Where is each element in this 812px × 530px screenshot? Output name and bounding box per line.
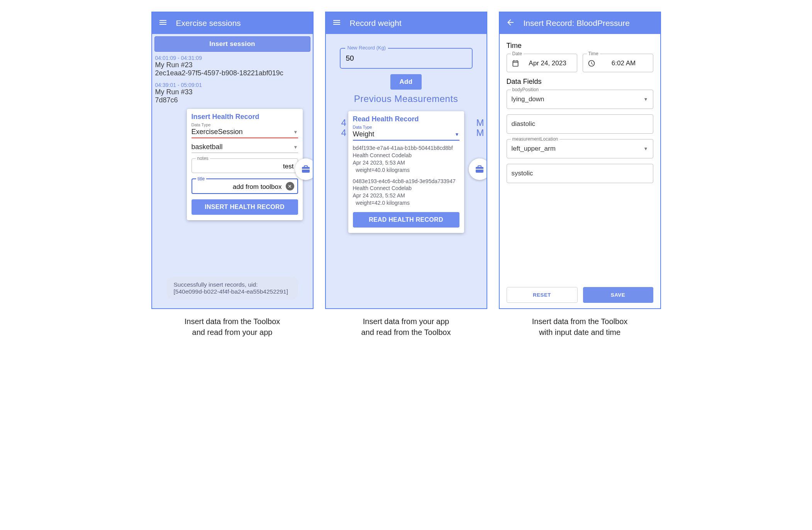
record-timestamp: Apr 24 2023, 5:52 AM xyxy=(353,192,459,199)
date-label: Date xyxy=(511,51,524,56)
chevron-down-icon: ▼ xyxy=(455,132,459,137)
title-field[interactable]: title ✕ xyxy=(192,178,298,194)
body-position-value: lying_down xyxy=(512,95,544,103)
session-time: 04:39:01 - 05:09:01 xyxy=(155,82,310,88)
snackbar: Successfully insert records, uid: [540e0… xyxy=(167,277,298,300)
insert-session-button[interactable]: Insert session xyxy=(154,36,310,52)
list-item[interactable]: 04:01:09 - 04:31:09 My Run #23 2ec1eaa2-… xyxy=(155,53,310,80)
new-record-value: 50 xyxy=(346,54,354,62)
systolic-field[interactable]: systolic xyxy=(507,164,653,183)
caption: Insert data from the Toolbox with input … xyxy=(532,316,628,338)
add-button[interactable]: Add xyxy=(390,74,422,90)
new-record-label: New Record (Kg) xyxy=(345,45,388,51)
diastolic-field[interactable]: diastolic xyxy=(507,114,653,134)
insert-health-record-button[interactable]: INSERT HEALTH RECORD xyxy=(192,199,298,215)
toolbox-fab[interactable] xyxy=(469,158,487,180)
session-list: 04:01:09 - 04:31:09 My Run #23 2ec1eaa2-… xyxy=(154,52,310,109)
chevron-down-icon: ▼ xyxy=(644,146,648,151)
systolic-label: systolic xyxy=(512,170,533,177)
chevron-down-icon: ▼ xyxy=(293,129,298,135)
save-button[interactable]: SAVE xyxy=(583,287,653,303)
record-timestamp: Apr 24 2023, 5:53 AM xyxy=(353,159,459,166)
new-record-field[interactable]: New Record (Kg) 50 xyxy=(340,48,473,69)
title-label: title xyxy=(196,176,207,182)
data-type-select[interactable]: Weight ▼ xyxy=(353,129,459,141)
date-picker[interactable]: Date Apr 24, 2023 xyxy=(507,54,577,72)
appbar-title: Exercise sessions xyxy=(176,19,241,28)
read-health-record-card: Read Health Record Data Type Weight ▼ bd… xyxy=(348,111,464,233)
record-entry: 0483e193-e4c6-4cb8-a19d-3e95da733947 Hea… xyxy=(353,178,459,207)
clock-icon xyxy=(588,59,595,67)
data-fields-heading: Data Fields xyxy=(507,78,653,86)
data-type-label: Data Type xyxy=(353,125,459,129)
time-value: 6:02 AM xyxy=(599,59,648,67)
data-type-value: Weight xyxy=(353,130,375,138)
body-position-select[interactable]: bodyPosition lying_down ▼ xyxy=(507,90,653,109)
exercise-type-value: basketball xyxy=(192,143,223,151)
session-uid: 2ec1eaa2-97f5-4597-b908-18221abf019c xyxy=(155,69,310,77)
time-picker[interactable]: Time 6:02 AM xyxy=(583,54,653,72)
date-value: Apr 24, 2023 xyxy=(523,59,572,67)
data-type-select[interactable]: ExerciseSession ▼ xyxy=(192,127,298,138)
session-time: 04:01:09 - 04:31:09 xyxy=(155,55,310,61)
record-value: weight=40.0 kilograms xyxy=(353,166,459,174)
appbar: Record weight xyxy=(326,12,487,34)
hamburger-icon[interactable] xyxy=(158,18,168,29)
calendar-icon xyxy=(512,59,519,67)
record-value: weight=42.0 kilograms xyxy=(353,199,459,207)
screen-record-weight: Record weight New Record (Kg) 50 Add Pre… xyxy=(325,12,487,309)
appbar-title: Insert Record: BloodPressure xyxy=(524,19,630,28)
clear-icon[interactable]: ✕ xyxy=(286,182,294,190)
previous-measurements-heading: Previous Measurements xyxy=(340,93,473,104)
measurement-location-value: left_upper_arm xyxy=(512,145,556,153)
back-arrow-icon[interactable] xyxy=(506,18,515,29)
body-position-label: bodyPosition xyxy=(511,87,541,92)
time-label: Time xyxy=(587,51,600,56)
session-title: My Run #33 xyxy=(155,88,310,96)
record-uid: bd4f193e-e7a4-41aa-b1bb-50441b8cd8bf xyxy=(353,144,459,152)
notes-label: notes xyxy=(196,156,210,161)
appbar: Exercise sessions xyxy=(152,12,313,34)
partial-text: M xyxy=(476,127,484,138)
appbar: Insert Record: BloodPressure xyxy=(500,12,660,34)
time-heading: Time xyxy=(507,42,653,50)
exercise-type-select[interactable]: basketball ▼ xyxy=(192,142,298,153)
data-type-label: Data Type xyxy=(192,122,298,127)
screen-exercise-sessions: Exercise sessions Insert session 04:01:0… xyxy=(151,12,314,309)
notes-field[interactable]: notes xyxy=(192,158,298,173)
snackbar-text: Successfully insert records, uid: xyxy=(174,281,291,288)
snackbar-uid: [540e099d-b022-4f4f-ba24-ea55b4252291] xyxy=(174,288,291,295)
chevron-down-icon: ▼ xyxy=(644,97,648,102)
partial-text: 4 xyxy=(341,117,346,128)
measurement-location-select[interactable]: measurementLocation left_upper_arm ▼ xyxy=(507,139,653,158)
list-item[interactable]: 04:39:01 - 05:09:01 My Run #33 7d87c6 xyxy=(155,80,310,107)
session-title: My Run #23 xyxy=(155,61,310,69)
appbar-title: Record weight xyxy=(350,19,402,28)
diastolic-label: diastolic xyxy=(512,120,535,128)
record-app: Health Connect Codelab xyxy=(353,152,459,159)
partial-text: M xyxy=(476,117,484,128)
caption: Insert data from the Toolbox and read fr… xyxy=(185,316,280,338)
record-app: Health Connect Codelab xyxy=(353,185,459,192)
record-entry: bd4f193e-e7a4-41aa-b1bb-50441b8cd8bf Hea… xyxy=(353,144,459,174)
reset-button[interactable]: RESET xyxy=(507,287,578,303)
card-title: Insert Health Record xyxy=(192,113,298,121)
hamburger-icon[interactable] xyxy=(332,18,341,29)
caption: Insert data from your app and read from … xyxy=(361,316,451,338)
record-uid: 0483e193-e4c6-4cb8-a19d-3e95da733947 xyxy=(353,178,459,185)
session-uid: 7d87c6 xyxy=(155,96,310,104)
screen-insert-record-bloodpressure: Insert Record: BloodPressure Time Date A… xyxy=(499,12,661,309)
read-health-record-button[interactable]: READ HEALTH RECORD xyxy=(353,212,459,228)
chevron-down-icon: ▼ xyxy=(293,144,298,150)
insert-health-record-card: Insert Health Record Data Type ExerciseS… xyxy=(187,109,303,220)
notes-input[interactable] xyxy=(196,163,294,170)
measurement-location-label: measurementLocation xyxy=(511,136,560,142)
partial-text: 4 xyxy=(341,127,346,138)
data-type-value: ExerciseSession xyxy=(192,128,243,136)
card-title: Read Health Record xyxy=(353,115,459,123)
title-input[interactable] xyxy=(196,183,293,191)
